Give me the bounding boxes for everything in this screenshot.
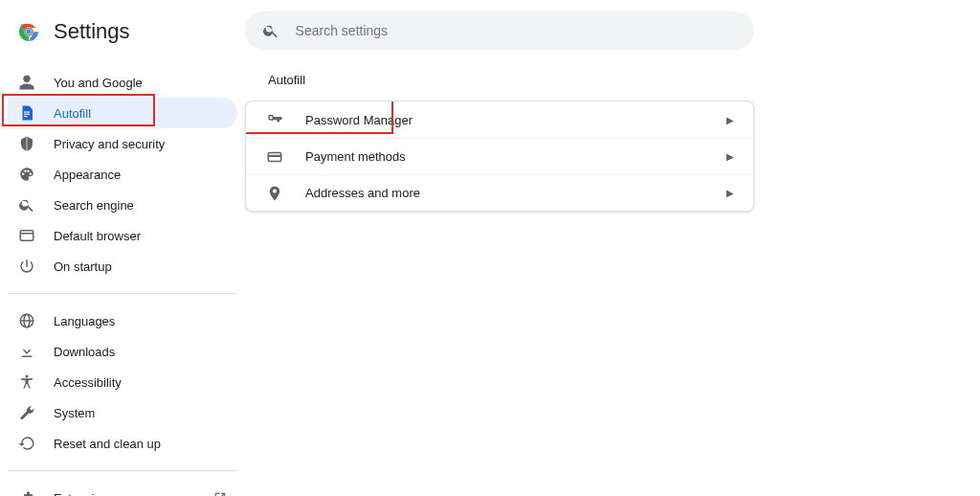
svg-rect-7: [20, 231, 33, 241]
nav-downloads[interactable]: Downloads: [8, 336, 237, 367]
browser-icon: [17, 226, 36, 245]
location-icon: [265, 184, 284, 203]
document-icon: [17, 103, 36, 123]
palette-icon: [17, 165, 36, 184]
nav-label: You and Google: [54, 76, 228, 90]
section-title-autofill: Autofill: [268, 73, 972, 87]
accessibility-icon: [17, 372, 36, 392]
nav-label: Search engine: [54, 198, 228, 213]
nav-reset-cleanup[interactable]: Reset and clean up: [8, 428, 237, 459]
svg-rect-19: [268, 154, 281, 156]
nav-label: Default browser: [54, 229, 228, 243]
nav-label: Downloads: [54, 345, 228, 359]
chrome-logo-icon: [17, 20, 40, 43]
nav-system[interactable]: System: [8, 397, 237, 428]
settings-title: Settings: [54, 19, 130, 44]
nav-you-and-google[interactable]: You and Google: [8, 67, 237, 98]
nav-languages[interactable]: Languages: [8, 305, 237, 336]
wrench-icon: [17, 403, 36, 422]
nav-label: Extensions: [54, 491, 207, 497]
nav-search-engine[interactable]: Search engine: [8, 190, 237, 220]
settings-main: Autofill Password Manager ▶ Payment meth…: [245, 0, 980, 496]
download-icon: [17, 342, 36, 361]
credit-card-icon: [265, 147, 284, 167]
nav-appearance[interactable]: Appearance: [8, 159, 237, 190]
nav-label: Reset and clean up: [54, 437, 228, 451]
nav-label: Appearance: [54, 168, 228, 182]
nav-extensions[interactable]: Extensions: [8, 483, 237, 496]
nav-label: System: [54, 406, 228, 420]
nav-privacy-security[interactable]: Privacy and security: [8, 128, 237, 159]
row-payment-methods[interactable]: Payment methods ▶: [246, 138, 753, 174]
nav-divider: [8, 470, 237, 471]
nav-accessibility[interactable]: Accessibility: [8, 367, 237, 397]
settings-header: Settings: [8, 15, 237, 63]
chevron-right-icon: ▶: [726, 151, 734, 162]
search-settings-input[interactable]: [296, 23, 737, 38]
svg-point-3: [27, 30, 32, 34]
row-addresses[interactable]: Addresses and more ▶: [246, 174, 753, 211]
nav-label: Languages: [54, 314, 228, 328]
search-settings-box[interactable]: [245, 11, 754, 50]
nav-on-startup[interactable]: On startup: [8, 251, 237, 282]
nav-default-browser[interactable]: Default browser: [8, 220, 237, 251]
svg-rect-5: [24, 114, 30, 115]
power-icon: [17, 257, 36, 276]
row-label: Payment methods: [305, 149, 726, 164]
nav-divider: [8, 293, 237, 294]
globe-icon: [17, 311, 36, 330]
nav-label: Accessibility: [54, 375, 228, 390]
nav-label: Privacy and security: [54, 137, 228, 151]
row-label: Addresses and more: [305, 186, 726, 200]
restore-icon: [17, 434, 36, 453]
settings-sidebar: Settings You and Google Autofill: [0, 0, 245, 496]
row-label: Password Manager: [305, 113, 726, 127]
search-icon: [262, 21, 280, 40]
autofill-card: Password Manager ▶ Payment methods ▶ Add…: [245, 101, 754, 212]
chevron-right-icon: ▶: [726, 115, 734, 125]
svg-rect-4: [24, 112, 30, 113]
extension-icon: [17, 488, 36, 496]
search-icon: [17, 195, 36, 214]
nav-autofill[interactable]: Autofill: [8, 98, 237, 128]
nav-label: On startup: [54, 259, 228, 274]
svg-point-12: [26, 375, 29, 378]
key-icon: [265, 110, 284, 129]
open-in-new-icon: [212, 490, 228, 496]
person-icon: [17, 73, 36, 92]
row-password-manager[interactable]: Password Manager ▶: [246, 101, 753, 138]
shield-icon: [17, 134, 36, 153]
nav-label: Autofill: [54, 106, 228, 121]
svg-rect-6: [24, 116, 28, 117]
chevron-right-icon: ▶: [726, 188, 734, 198]
